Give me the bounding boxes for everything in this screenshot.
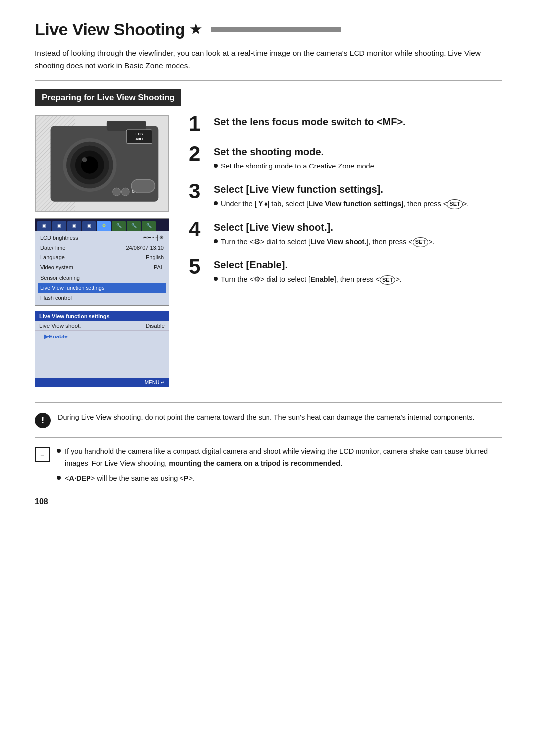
bullet-dot-4 xyxy=(214,239,218,243)
menu-tab-2: ▣ xyxy=(52,221,66,231)
step-5-content: Select [Enable]. Turn the <⚙> dial to se… xyxy=(214,258,502,285)
step-2-body: Set the shooting mode to a Creative Zone… xyxy=(214,161,502,172)
star-icon: ★ xyxy=(190,22,201,37)
menu-row-video: Video system PAL xyxy=(38,262,166,272)
menu-row-sensor: Sensor cleaning xyxy=(38,273,166,283)
menu2-empty-4 xyxy=(35,368,169,377)
warning-text: During Live View shooting, do not point … xyxy=(58,412,474,423)
menu-screenshot-1: ▣ ▣ ▣ ▣ ⚙ 🔧 🔧 🔧 LCD brightness ☀⊢···┤☀ D… xyxy=(35,218,169,306)
note-text-1: If you handhold the camera like a compac… xyxy=(65,446,502,470)
step-4-content: Select [Live View shoot.]. Turn the <⚙> … xyxy=(214,221,502,248)
svg-point-19 xyxy=(121,188,129,196)
main-content: EOS 40D AF | MF ▣ ▣ ▣ ▣ ⚙ 🔧 xyxy=(35,115,502,387)
svg-point-10 xyxy=(82,157,87,162)
step-4: 4 Select [Live View shoot.]. Turn the <⚙… xyxy=(189,221,502,248)
note-bullet-dot-1 xyxy=(57,449,61,453)
step-3: 3 Select [Live View function settings]. … xyxy=(189,183,502,210)
menu-row-liveview: Live View function settings xyxy=(38,283,166,293)
note-content: If you handhold the camera like a compac… xyxy=(57,446,502,488)
menu2-sub: ▶Enable xyxy=(35,331,169,378)
menu-tab-7: 🔧 xyxy=(127,221,141,231)
step-3-title: Select [Live View function settings]. xyxy=(214,183,502,196)
note-bullet-1: If you handhold the camera like a compac… xyxy=(57,446,502,470)
step-3-num: 3 xyxy=(189,181,207,202)
menu2-enable-row: ▶Enable xyxy=(35,332,169,341)
page-title: Live View Shooting★ xyxy=(35,20,502,39)
menu-row-flash: Flash control xyxy=(38,293,166,303)
step-3-bullet-1: Under the [Ｙ♦] tab, select [Live View fu… xyxy=(221,198,469,210)
bullet-dot-3 xyxy=(214,201,218,205)
note-icon: ≡ xyxy=(35,447,50,462)
step-5-body: Turn the <⚙> dial to select [Enable], th… xyxy=(214,274,502,285)
step-2-title: Set the shooting mode. xyxy=(214,145,502,158)
step-4-body: Turn the <⚙> dial to select [Live View s… xyxy=(214,236,502,248)
step-4-num: 4 xyxy=(189,219,207,240)
note-inner: ≡ If you handhold the camera like a comp… xyxy=(35,446,502,488)
left-column: EOS 40D AF | MF ▣ ▣ ▣ ▣ ⚙ 🔧 xyxy=(35,115,174,387)
menu2-empty-2 xyxy=(35,350,169,359)
step-4-bullet-1: Turn the <⚙> dial to select [Live View s… xyxy=(221,236,435,248)
menu-row-language: Language English xyxy=(38,252,166,262)
menu-body: LCD brightness ☀⊢···┤☀ Date/Time 24/08/'… xyxy=(35,231,169,305)
step-2-num: 2 xyxy=(189,143,207,164)
note-bullet-dot-2 xyxy=(57,476,61,480)
step-1-num: 1 xyxy=(189,113,207,134)
menu2-row-shoot: Live View shoot. Disable xyxy=(35,321,169,331)
menu2-empty-3 xyxy=(35,359,169,368)
step-1-title: Set the lens focus mode switch to <MF>. xyxy=(214,115,502,128)
note-section: ≡ If you handhold the camera like a comp… xyxy=(35,437,502,488)
menu-tab-3: ▣ xyxy=(67,221,81,231)
step-4-title: Select [Live View shoot.]. xyxy=(214,221,502,234)
divider xyxy=(35,80,502,81)
menu-tab-4: ▣ xyxy=(82,221,96,231)
camera-image: EOS 40D AF | MF xyxy=(35,115,169,212)
step-3-content: Select [Live View function settings]. Un… xyxy=(214,183,502,210)
menu2-footer: MENU ↵ xyxy=(35,378,169,387)
menu-tabs: ▣ ▣ ▣ ▣ ⚙ 🔧 🔧 🔧 xyxy=(35,219,169,231)
svg-text:40D: 40D xyxy=(136,136,143,141)
menu-tab-6: 🔧 xyxy=(112,221,126,231)
menu-tab-5: ⚙ xyxy=(97,221,111,231)
step-3-body: Under the [Ｙ♦] tab, select [Live View fu… xyxy=(214,198,502,210)
svg-text:EOS: EOS xyxy=(136,132,143,135)
intro-paragraph: Instead of looking through the viewfinde… xyxy=(35,47,492,72)
menu-tab-1: ▣ xyxy=(37,221,51,231)
step-1-content: Set the lens focus mode switch to <MF>. xyxy=(214,115,502,131)
step-5-num: 5 xyxy=(189,256,207,277)
warning-icon: ! xyxy=(35,413,51,428)
page-number: 108 xyxy=(35,497,502,506)
step-2-content: Set the shooting mode. Set the shooting … xyxy=(214,145,502,172)
step-5-bullet-1: Turn the <⚙> dial to select [Enable], th… xyxy=(221,274,402,285)
step-2-bullet-1: Set the shooting mode to a Creative Zone… xyxy=(221,161,376,172)
right-column: 1 Set the lens focus mode switch to <MF>… xyxy=(189,115,502,387)
bullet-dot-5 xyxy=(214,277,218,281)
menu2-body: Live View shoot. Disable ▶Enable xyxy=(35,321,169,378)
step-2: 2 Set the shooting mode. Set the shootin… xyxy=(189,145,502,172)
bullet-dot xyxy=(214,164,218,168)
title-bar-decoration xyxy=(211,27,341,32)
warning-section: ! During Live View shooting, do not poin… xyxy=(35,402,502,428)
note-text-2: <A·DEP> will be the same as using <P>. xyxy=(65,473,195,485)
section-header: Preparing for Live View Shooting xyxy=(35,89,181,106)
menu-row-datetime: Date/Time 24/08/'07 13:10 xyxy=(38,243,166,252)
note-bullet-2: <A·DEP> will be the same as using <P>. xyxy=(57,473,502,485)
step-1: 1 Set the lens focus mode switch to <MF>… xyxy=(189,115,502,134)
step-5-title: Select [Enable]. xyxy=(214,258,502,271)
menu2-header: Live View function settings xyxy=(35,311,169,321)
menu-row-lcd: LCD brightness ☀⊢···┤☀ xyxy=(38,233,166,243)
title-text: Live View Shooting xyxy=(35,20,185,39)
menu-screenshot-2: Live View function settings Live View sh… xyxy=(35,311,169,387)
svg-point-18 xyxy=(113,188,121,196)
step-5: 5 Select [Enable]. Turn the <⚙> dial to … xyxy=(189,258,502,285)
svg-rect-17 xyxy=(131,179,155,192)
menu-tab-8: 🔧 xyxy=(142,221,156,231)
svg-rect-4 xyxy=(107,121,146,131)
menu2-empty-1 xyxy=(35,341,169,350)
